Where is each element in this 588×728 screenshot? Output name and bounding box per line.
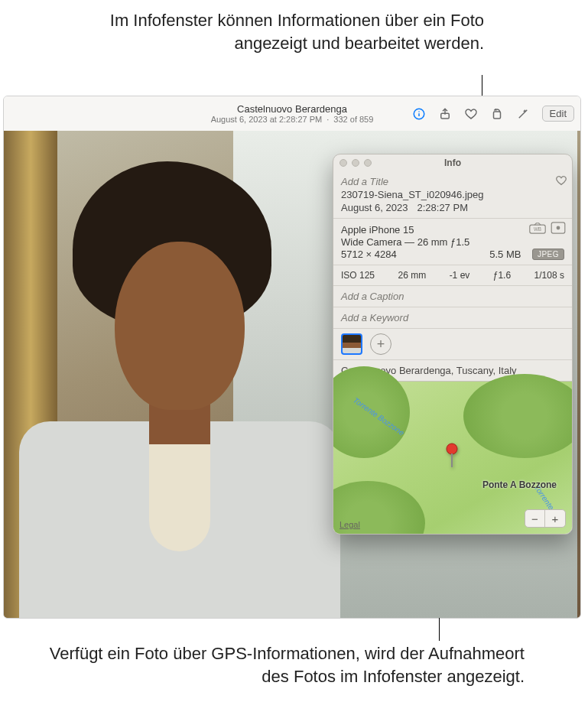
svg-text:WB: WB bbox=[534, 226, 541, 232]
photo-counter: 332 of 859 bbox=[333, 115, 373, 124]
exif-row: ISO 125 26 mm -1 ev ƒ1.6 1/108 s bbox=[333, 265, 572, 285]
add-face-button[interactable]: + bbox=[370, 333, 391, 355]
info-time: 2:28:27 PM bbox=[417, 202, 468, 213]
svg-rect-4 bbox=[493, 112, 500, 119]
photo-viewport[interactable]: Info Add a Title 230719-Siena_ST_i020946… bbox=[4, 131, 580, 618]
info-icon[interactable] bbox=[412, 107, 426, 121]
photo-subject bbox=[34, 154, 325, 618]
favorite-heart-icon[interactable] bbox=[464, 107, 478, 121]
callout-top: Im Infofenster können Informationen über… bbox=[94, 9, 484, 54]
map-pin-icon[interactable] bbox=[444, 443, 460, 471]
camera-lens: Wide Camera — 26 mm ƒ1.5 bbox=[341, 236, 564, 248]
keyword-input[interactable]: Add a Keyword bbox=[333, 307, 572, 328]
exif-focal: 26 mm bbox=[398, 270, 426, 281]
toolbar: Edit bbox=[412, 106, 574, 122]
edit-button[interactable]: Edit bbox=[542, 106, 574, 122]
format-badge: JPEG bbox=[532, 249, 564, 260]
svg-rect-10 bbox=[451, 453, 453, 467]
svg-point-2 bbox=[418, 111, 420, 112]
metering-icon[interactable] bbox=[551, 222, 566, 234]
photos-window: Castelnuovo Berardenga August 6, 2023 at… bbox=[3, 96, 581, 619]
faces-section: + bbox=[333, 329, 572, 359]
rotate-icon[interactable] bbox=[490, 107, 504, 121]
info-date: August 6, 2023 bbox=[341, 202, 408, 213]
camera-section: WB Apple iPhone 15 Wide Camera — 26 mm ƒ… bbox=[333, 219, 572, 265]
window-titlebar: Castelnuovo Berardenga August 6, 2023 at… bbox=[4, 96, 580, 131]
separator-dot: · bbox=[326, 115, 329, 124]
location-map[interactable]: Torrente Bozzone Torrente Bo Ponte A Boz… bbox=[333, 381, 572, 534]
map-zoom-controls: − + bbox=[525, 509, 566, 528]
callout-bottom: Verfügt ein Foto über GPS-Informationen,… bbox=[31, 642, 525, 687]
detected-face-thumb[interactable] bbox=[341, 333, 362, 355]
title-input[interactable]: Add a Title bbox=[341, 176, 564, 187]
map-zoom-in-button[interactable]: + bbox=[545, 510, 565, 527]
exif-ev: -1 ev bbox=[450, 270, 470, 281]
info-header-section: Add a Title 230719-Siena_ST_i020946.jpeg… bbox=[333, 171, 572, 218]
info-favorite-heart-icon[interactable] bbox=[555, 174, 567, 189]
photo-date: August 6, 2023 at 2:28:27 PM bbox=[211, 115, 323, 124]
exif-iso: ISO 125 bbox=[341, 270, 375, 281]
svg-point-9 bbox=[447, 444, 457, 454]
camera-filesize: 5.5 MB bbox=[479, 249, 532, 260]
info-window-title: Info bbox=[333, 158, 572, 168]
callout-bottom-line bbox=[439, 618, 440, 641]
caption-input[interactable]: Add a Caption bbox=[333, 286, 572, 307]
exif-shutter: 1/108 s bbox=[534, 270, 564, 281]
info-titlebar: Info bbox=[333, 154, 572, 171]
white-balance-icon[interactable]: WB bbox=[529, 222, 546, 234]
info-panel: Info Add a Title 230719-Siena_ST_i020946… bbox=[333, 154, 573, 535]
auto-enhance-icon[interactable] bbox=[516, 107, 530, 121]
exif-aperture: ƒ1.6 bbox=[493, 270, 511, 281]
map-legal-link[interactable]: Legal bbox=[339, 520, 360, 529]
camera-resolution: 5712 × 4284 bbox=[341, 249, 479, 260]
map-zoom-out-button[interactable]: − bbox=[525, 510, 545, 527]
svg-point-8 bbox=[557, 226, 560, 230]
map-terrain bbox=[463, 374, 573, 458]
map-town-label: Ponte A Bozzone bbox=[482, 479, 557, 490]
filename-label: 230719-Siena_ST_i020946.jpeg bbox=[341, 189, 564, 200]
share-icon[interactable] bbox=[438, 107, 452, 121]
